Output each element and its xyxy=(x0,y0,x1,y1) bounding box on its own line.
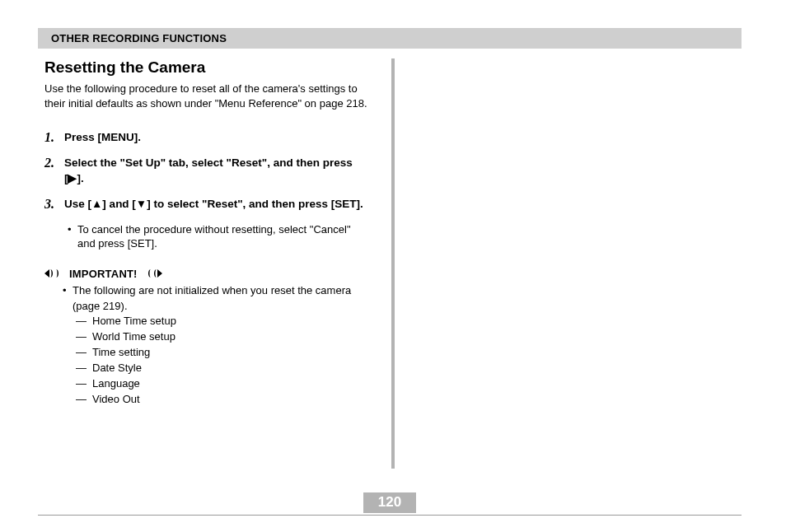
important-items: — Home Time setup — World Time setup — T… xyxy=(76,314,368,407)
dash-icon: — xyxy=(76,314,92,329)
page: OTHER RECORDING FUNCTIONS Resetting the … xyxy=(0,0,786,532)
important-item-text: Date Style xyxy=(92,361,142,376)
emphasis-left-icon xyxy=(44,268,66,278)
important-label: IMPORTANT! xyxy=(69,268,138,280)
step-text: Press [MENU]. xyxy=(64,130,141,146)
step-text: Use [▲] and [▼] to select "Reset", and t… xyxy=(64,197,363,212)
step-1: 1. Press [MENU]. xyxy=(44,130,368,146)
important-item-text: Language xyxy=(92,376,140,392)
dash-icon: — xyxy=(76,376,92,392)
dash-icon: — xyxy=(76,329,92,345)
important-item: — Home Time setup xyxy=(76,314,368,329)
content-columns: Resetting the Camera Use the following p… xyxy=(0,58,786,469)
footer: 120 xyxy=(38,492,742,516)
important-lead: The following are not initialized when y… xyxy=(73,283,368,315)
step-3-sub: • To cancel the procedure without resett… xyxy=(68,222,368,251)
left-column: Resetting the Camera Use the following p… xyxy=(44,58,391,469)
dash-icon: — xyxy=(76,345,92,361)
step-text: Select the "Set Up" tab, select "Reset",… xyxy=(64,156,368,187)
page-number: 120 xyxy=(363,492,416,513)
important-lead-row: • The following are not initialized when… xyxy=(63,283,368,315)
right-column xyxy=(395,58,742,469)
header-bar: OTHER RECORDING FUNCTIONS xyxy=(38,28,742,49)
step-3: 3. Use [▲] and [▼] to select "Reset", an… xyxy=(44,197,368,212)
section-intro: Use the following procedure to reset all… xyxy=(44,82,368,110)
bullet-icon: • xyxy=(68,222,77,251)
step-number: 3. xyxy=(44,197,64,212)
section-title: Resetting the Camera xyxy=(44,58,368,77)
important-header: IMPORTANT! xyxy=(44,268,368,280)
important-item: — Date Style xyxy=(76,361,368,376)
dash-icon: — xyxy=(76,361,92,376)
step-2: 2. Select the "Set Up" tab, select "Rese… xyxy=(44,156,368,187)
important-item-text: Home Time setup xyxy=(92,314,176,329)
important-item: — Video Out xyxy=(76,392,368,408)
important-item-text: Video Out xyxy=(92,392,140,408)
footer-rule xyxy=(38,515,742,516)
dash-icon: — xyxy=(76,392,92,408)
header-title: OTHER RECORDING FUNCTIONS xyxy=(51,32,227,44)
emphasis-right-icon xyxy=(141,268,162,278)
important-list: • The following are not initialized when… xyxy=(63,283,368,408)
important-item-text: Time setting xyxy=(92,345,150,361)
step-number: 2. xyxy=(44,156,64,187)
important-item: — World Time setup xyxy=(76,329,368,345)
step-3-sub-text: To cancel the procedure without resettin… xyxy=(77,222,368,251)
important-item: — Time setting xyxy=(76,345,368,361)
important-item: — Language xyxy=(76,376,368,392)
important-item-text: World Time setup xyxy=(92,329,175,345)
step-number: 1. xyxy=(44,130,64,146)
bullet-icon: • xyxy=(63,283,73,315)
